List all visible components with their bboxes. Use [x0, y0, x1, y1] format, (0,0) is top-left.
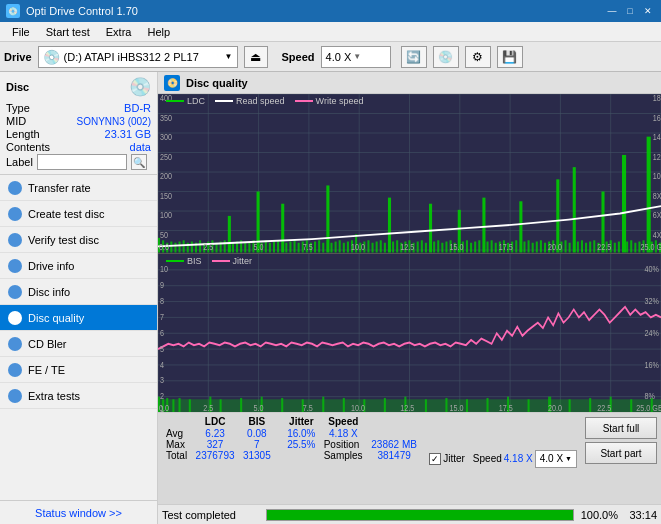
avg-label: Avg [162, 428, 191, 439]
drive-selector[interactable]: 💿 (D:) ATAPI iHBS312 2 PL17 ▼ [38, 46, 238, 68]
svg-text:7.5: 7.5 [303, 242, 314, 252]
svg-rect-29 [191, 242, 193, 253]
menu-help[interactable]: Help [139, 24, 178, 40]
speed-display-area: Speed 4.18 X 4.0 X ▼ [469, 413, 581, 504]
sidebar-item-disc-quality[interactable]: Disc quality [0, 305, 157, 331]
svg-rect-42 [244, 243, 246, 253]
close-button[interactable]: ✕ [641, 4, 655, 18]
avg-jitter: 16.0% [283, 428, 320, 439]
save-button[interactable]: 💾 [497, 46, 523, 68]
sidebar-item-fe-te[interactable]: FE / TE [0, 357, 157, 383]
disc-contents-row: Contents data [6, 141, 151, 153]
svg-rect-79 [396, 240, 398, 252]
svg-rect-109 [519, 201, 522, 252]
svg-rect-127 [593, 240, 595, 252]
svg-rect-140 [647, 137, 651, 253]
svg-rect-66 [343, 243, 345, 253]
settings-button[interactable]: ⚙ [465, 46, 491, 68]
stats-row: LDC BIS Jitter Speed Avg 6.23 [158, 413, 661, 504]
top-chart-legend: LDC Read speed Write speed [166, 96, 363, 106]
svg-text:17.5: 17.5 [499, 242, 514, 252]
col-bis: BIS [239, 415, 275, 428]
speed-display-box[interactable]: 4.0 X ▼ [535, 450, 577, 468]
bottom-chart-wrapper: BIS Jitter [158, 254, 661, 413]
svg-text:250: 250 [160, 152, 173, 162]
progress-label: Test completed [162, 509, 262, 521]
minimize-button[interactable]: — [605, 4, 619, 18]
menu-start-test[interactable]: Start test [38, 24, 98, 40]
eject-button[interactable]: ⏏ [244, 46, 268, 68]
avg-empty2 [367, 428, 421, 439]
length-value: 23.31 GB [105, 128, 151, 140]
stats-table: LDC BIS Jitter Speed Avg 6.23 [158, 413, 425, 504]
sidebar-item-create-test-disc[interactable]: Create test disc [0, 201, 157, 227]
legend-ldc: LDC [166, 96, 205, 106]
svg-text:12.5: 12.5 [400, 403, 414, 412]
status-window-button[interactable]: Status window >> [0, 500, 157, 524]
fe-te-icon [8, 363, 22, 377]
svg-rect-218 [569, 399, 571, 412]
disc-mid-row: MID SONYNN3 (002) [6, 115, 151, 127]
sidebar-item-extra-tests[interactable]: Extra tests [0, 383, 157, 409]
disc-quality-title: Disc quality [186, 77, 248, 89]
svg-text:25.0 GB: 25.0 GB [640, 242, 661, 252]
disc-info-icon [8, 285, 22, 299]
nav-items: Transfer rate Create test disc Verify te… [0, 175, 157, 500]
svg-text:10.0: 10.0 [351, 403, 365, 412]
sidebar-item-verify-test-disc[interactable]: Verify test disc [0, 227, 157, 253]
legend-read-speed: Read speed [215, 96, 285, 106]
disc-title: Disc [6, 81, 29, 93]
menu-extra[interactable]: Extra [98, 24, 140, 40]
svg-text:6X: 6X [653, 211, 661, 221]
disc-panel: Disc 💿 Type BD-R MID SONYNN3 (002) Lengt… [0, 72, 157, 175]
svg-rect-67 [347, 242, 349, 253]
maximize-button[interactable]: □ [623, 4, 637, 18]
svg-rect-134 [622, 155, 626, 253]
svg-rect-96 [466, 240, 468, 252]
svg-text:14X: 14X [653, 133, 661, 143]
start-buttons: Start full Start part [581, 413, 661, 504]
svg-rect-31 [199, 240, 201, 252]
svg-rect-120 [565, 240, 567, 252]
start-full-button[interactable]: Start full [585, 417, 657, 439]
stats-avg-row: Avg 6.23 0.08 16.0% 4.18 X [162, 428, 421, 439]
svg-text:0.0: 0.0 [159, 242, 170, 252]
jitter-legend-label: Jitter [233, 256, 253, 266]
bottom-chart-svg: 40% 32% 24% 16% 8% 10 9 8 7 6 5 4 3 [158, 254, 661, 413]
start-part-button[interactable]: Start part [585, 442, 657, 464]
speed-value: 4.0 X [326, 51, 352, 63]
svg-rect-212 [445, 397, 447, 412]
svg-rect-89 [437, 240, 439, 252]
svg-text:24%: 24% [645, 328, 660, 338]
svg-rect-52 [285, 243, 287, 253]
sidebar-item-cd-bler[interactable]: CD Bler [0, 331, 157, 357]
menu-file[interactable]: File [4, 24, 38, 40]
jitter-checkbox[interactable]: ✓ [429, 453, 441, 465]
sidebar-item-transfer-rate[interactable]: Transfer rate [0, 175, 157, 201]
jitter-legend-line [212, 260, 230, 262]
disc-button[interactable]: 💿 [433, 46, 459, 68]
svg-rect-108 [515, 240, 517, 252]
label-browse-button[interactable]: 🔍 [131, 154, 147, 170]
speed-selector[interactable]: 4.0 X ▼ [321, 46, 391, 68]
svg-text:16%: 16% [645, 359, 660, 369]
label-input[interactable] [37, 154, 127, 170]
avg-speed: 4.18 X [320, 428, 367, 439]
disc-icon: 💿 [129, 76, 151, 98]
sidebar-item-drive-info[interactable]: Drive info [0, 253, 157, 279]
svg-rect-111 [528, 240, 530, 252]
svg-text:5.0: 5.0 [253, 242, 264, 252]
verify-test-label: Verify test disc [28, 234, 99, 246]
svg-text:8%: 8% [645, 391, 656, 401]
sidebar-item-disc-info[interactable]: Disc info [0, 279, 157, 305]
contents-value: data [130, 141, 151, 153]
svg-rect-62 [326, 185, 329, 252]
svg-rect-207 [343, 397, 345, 412]
col-speed: Speed [320, 415, 367, 428]
read-button[interactable]: 🔄 [401, 46, 427, 68]
col-ldc: LDC [191, 415, 238, 428]
svg-rect-26 [179, 242, 181, 253]
fe-te-label: FE / TE [28, 364, 65, 376]
svg-text:17.5: 17.5 [499, 403, 513, 412]
svg-rect-49 [273, 242, 275, 253]
